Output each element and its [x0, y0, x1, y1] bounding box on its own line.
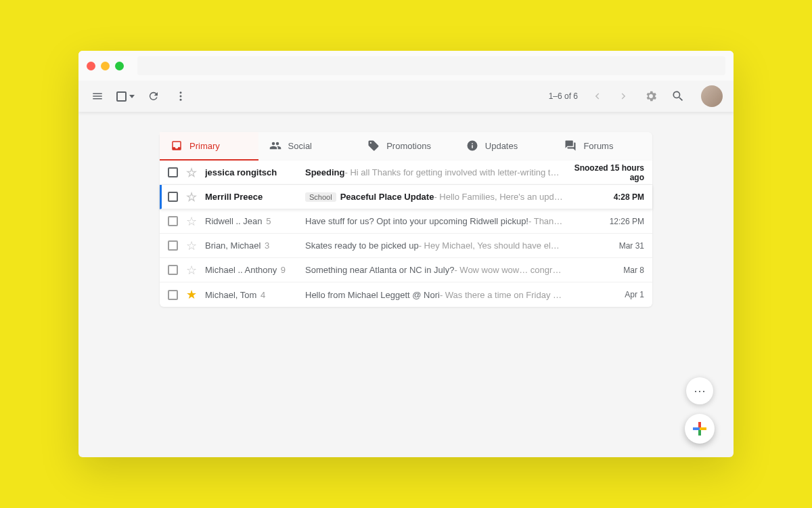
date-label: Snoozed 15 hours ago	[570, 163, 644, 182]
gear-icon	[644, 89, 658, 103]
row-checkbox[interactable]	[168, 265, 178, 275]
tab-label: Updates	[485, 141, 518, 151]
app-window: 1–6 of 6 PrimarySocialPromotionsUpdatesF…	[78, 51, 734, 457]
subject-line: Speeding - Hi all Thanks for getting inv…	[305, 167, 563, 177]
subject-line: Something near Atlanta or NC in July? - …	[305, 265, 563, 275]
subject-line: Skates ready to be picked up - Hey Micha…	[305, 240, 563, 251]
star-toggle[interactable]: ☆	[186, 215, 197, 228]
star-toggle[interactable]: ☆	[186, 240, 197, 252]
svg-point-1	[180, 96, 182, 98]
sender: Michael .. Anthony 9	[205, 265, 305, 275]
content-area: PrimarySocialPromotionsUpdatesForums ☆je…	[78, 112, 734, 307]
tab-promotions[interactable]: Promotions	[357, 132, 455, 161]
chevron-left-icon	[591, 90, 603, 102]
inbox-icon	[171, 140, 183, 152]
select-all-toggle[interactable]	[116, 91, 135, 102]
forum-icon	[564, 140, 577, 152]
row-checkbox[interactable]	[168, 216, 178, 226]
search-icon	[671, 89, 685, 103]
fab-group: ⋯	[685, 377, 715, 444]
email-row[interactable]: ☆jessica rongitschSpeeding - Hi all Than…	[160, 161, 652, 185]
chevron-down-icon	[129, 95, 135, 98]
sender: jessica rongitsch	[205, 167, 305, 177]
plus-icon	[693, 422, 706, 436]
email-row[interactable]: ☆Merrill PreeceSchoolPeaceful Place Upda…	[160, 185, 652, 209]
tab-label: Forums	[583, 141, 613, 151]
prev-page-button[interactable]	[589, 88, 605, 104]
row-checkbox[interactable]	[168, 192, 178, 202]
next-page-button[interactable]	[616, 88, 632, 104]
row-checkbox[interactable]	[168, 167, 178, 177]
row-checkbox[interactable]	[168, 240, 178, 251]
tab-label: Promotions	[386, 141, 431, 151]
more-vert-icon	[175, 90, 187, 102]
subject-line: Hello from Michael Leggett @ Nori - Was …	[305, 290, 563, 300]
sender: Ridwell .. Jean 5	[205, 216, 305, 226]
sender: Brian, Michael 3	[205, 240, 305, 251]
tab-updates[interactable]: Updates	[455, 132, 554, 161]
sender: Michael, Tom 4	[205, 290, 305, 300]
close-window-button[interactable]	[87, 62, 95, 70]
email-row[interactable]: ★Michael, Tom 4Hello from Michael Legget…	[160, 282, 652, 307]
date-label: Apr 1	[570, 290, 644, 299]
info-icon	[466, 140, 478, 152]
star-toggle[interactable]: ☆	[186, 264, 197, 276]
svg-point-2	[180, 99, 182, 101]
date-label: 4:28 PM	[570, 192, 644, 202]
search-button[interactable]	[670, 88, 686, 104]
tab-forums[interactable]: Forums	[554, 132, 652, 161]
tag-icon	[367, 140, 380, 152]
star-toggle[interactable]: ★	[186, 289, 197, 301]
compose-fab[interactable]	[685, 414, 715, 444]
tab-primary[interactable]: Primary	[160, 132, 258, 161]
date-label: 12:26 PM	[570, 217, 644, 226]
more-button[interactable]	[173, 88, 189, 104]
checkbox-icon	[116, 91, 127, 102]
date-label: Mar 31	[570, 241, 644, 251]
tab-social[interactable]: Social	[258, 132, 357, 161]
refresh-button[interactable]	[145, 88, 162, 104]
more-actions-fab[interactable]: ⋯	[686, 377, 713, 404]
chevron-right-icon	[618, 90, 630, 102]
settings-button[interactable]	[643, 88, 659, 104]
toolbar: 1–6 of 6	[78, 81, 734, 112]
maximize-window-button[interactable]	[115, 62, 124, 70]
people-icon	[269, 140, 281, 152]
category-tabs: PrimarySocialPromotionsUpdatesForums	[160, 132, 652, 161]
row-checkbox[interactable]	[168, 290, 178, 300]
star-toggle[interactable]: ☆	[186, 191, 197, 203]
sender: Merrill Preece	[205, 192, 305, 202]
hamburger-icon	[91, 90, 104, 102]
tab-label: Primary	[189, 141, 220, 151]
refresh-icon	[148, 90, 160, 102]
subject-line: Have stuff for us? Opt into your upcomin…	[305, 216, 563, 226]
email-row[interactable]: ☆Michael .. Anthony 9Something near Atla…	[160, 258, 652, 282]
avatar[interactable]	[701, 85, 723, 107]
menu-button[interactable]	[89, 88, 106, 104]
pagination-label: 1–6 of 6	[549, 91, 578, 101]
more-horiz-icon: ⋯	[694, 383, 706, 398]
subject-line: SchoolPeaceful Place Update - Hello Fami…	[305, 192, 563, 202]
label-chip: School	[305, 192, 336, 202]
url-bar[interactable]	[137, 56, 725, 75]
date-label: Mar 8	[570, 266, 644, 275]
email-row[interactable]: ☆Ridwell .. Jean 5Have stuff for us? Opt…	[160, 209, 652, 234]
minimize-window-button[interactable]	[101, 62, 110, 70]
titlebar	[78, 51, 734, 81]
email-row[interactable]: ☆Brian, Michael 3Skates ready to be pick…	[160, 234, 652, 258]
star-toggle[interactable]: ☆	[186, 167, 197, 179]
svg-point-0	[180, 91, 182, 93]
tab-label: Social	[288, 141, 312, 151]
email-list: ☆jessica rongitschSpeeding - Hi all Than…	[160, 161, 652, 307]
